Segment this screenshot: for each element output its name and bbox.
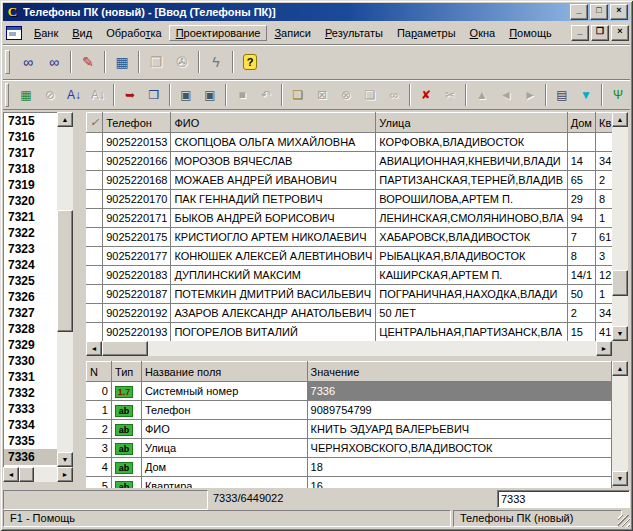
table-row[interactable]: 9025220153СКОПЦОВА ОЛЬГА МИХАЙЛОВНАКОРФО… <box>87 133 613 152</box>
field-row[interactable]: 5abКвартира16 <box>87 477 612 489</box>
new-record-button[interactable]: ❏ <box>286 83 310 107</box>
record-number-item[interactable]: 7331 <box>4 369 58 385</box>
record-number-item[interactable]: 7327 <box>4 305 58 321</box>
record-number-item[interactable]: 7319 <box>4 177 58 193</box>
column-header-fio[interactable]: ФИО <box>171 113 376 133</box>
scroll-down-icon[interactable]: ▼ <box>612 326 628 341</box>
record-number-item[interactable]: 7324 <box>4 257 58 273</box>
row-select-cell[interactable] <box>87 285 103 304</box>
help-button[interactable]: ? <box>237 49 263 75</box>
row-select-cell[interactable] <box>87 304 103 323</box>
field-value-cell[interactable]: 16 <box>307 477 611 489</box>
open-bank-button[interactable]: ▦ <box>14 83 38 107</box>
scroll-down-icon[interactable]: ▼ <box>612 471 628 486</box>
menu-item-pomosch[interactable]: Помощь <box>502 25 559 41</box>
fields-vertical-scrollbar[interactable]: ▲ ▼ <box>612 361 628 486</box>
row-select-cell[interactable] <box>87 209 103 228</box>
record-number-item[interactable]: 7320 <box>4 193 58 209</box>
close-button[interactable]: × <box>610 4 628 20</box>
load-book-button[interactable]: ❒ <box>142 83 166 107</box>
field-row[interactable]: 3abУлицаЧЕРНЯХОВСКОГО,ВЛАДИВОСТОК <box>87 439 612 458</box>
resize-grip[interactable] <box>618 515 630 527</box>
record-number-item[interactable]: 7322 <box>4 225 58 241</box>
table-row[interactable]: 9025220171БЫКОВ АНДРЕЙ БОРИСОВИЧЛЕНИНСКА… <box>87 209 613 228</box>
menu-item-bank[interactable]: Банк <box>27 25 65 41</box>
record-number-item[interactable]: 7323 <box>4 241 58 257</box>
table-scrollbar-thumb[interactable] <box>612 270 628 296</box>
load-record-button[interactable]: ➥ <box>118 83 142 107</box>
table-row[interactable]: 9025220193ПОГОРЕЛОВ ВИТАЛИЙЦЕНТРАЛЬНАЯ,П… <box>87 323 613 342</box>
table-hscrollbar-thumb[interactable] <box>102 341 148 356</box>
table-row[interactable]: 9025220177КОНЮШЕК АЛЕКСЕЙ АЛЕВТИНОВИЧРЫБ… <box>87 247 613 266</box>
numbers-vertical-scrollbar[interactable]: ▲ ▼ <box>57 112 73 467</box>
minimize-button[interactable]: _ <box>570 4 588 20</box>
edit-mode-button[interactable]: ✎ <box>75 49 101 75</box>
menu-item-vid[interactable]: Вид <box>65 25 99 41</box>
table-row[interactable]: 9025220175КРИСТИОГЛО АРТЕМ НИКОЛАЕВИЧХАБ… <box>87 228 613 247</box>
scroll-up-icon[interactable]: ▲ <box>57 112 73 127</box>
scroll-left-icon[interactable]: ◄ <box>3 467 19 482</box>
numbers-hscrollbar-thumb[interactable] <box>19 467 34 482</box>
menu-item-rezultaty[interactable]: Результаты <box>318 25 390 41</box>
menu-item-obrabotka[interactable]: Обработка <box>99 25 169 41</box>
row-select-cell[interactable] <box>87 266 103 285</box>
record-number-item[interactable]: 7330 <box>4 353 58 369</box>
menu-item-parametry[interactable]: Параметры <box>390 25 463 41</box>
table-row[interactable]: 9025220166МОРОЗОВ ВЯЧЕСЛАВАВИАЦИОННАЯ,КН… <box>87 152 613 171</box>
record-number-item[interactable]: 7321 <box>4 209 58 225</box>
child-restore-button[interactable]: ❐ <box>591 25 609 41</box>
search-document-button[interactable]: ∞ <box>41 49 67 75</box>
field-value-cell[interactable]: 7336 <box>307 382 611 401</box>
record-number-item[interactable]: 7329 <box>4 337 58 353</box>
record-number-item[interactable]: 7328 <box>4 321 58 337</box>
row-select-cell[interactable] <box>87 171 103 190</box>
row-select-cell[interactable] <box>87 190 103 209</box>
record-number-item[interactable]: 7325 <box>4 273 58 289</box>
field-value-cell[interactable]: 9089754799 <box>307 401 611 420</box>
column-header-apt[interactable]: Кв <box>596 113 612 133</box>
column-header-street[interactable]: Улица <box>376 113 567 133</box>
scroll-up-icon[interactable]: ▲ <box>612 361 628 376</box>
scroll-up-icon[interactable]: ▲ <box>612 112 628 127</box>
record-form-button[interactable]: ▤ <box>550 83 574 107</box>
row-select-cell[interactable] <box>87 247 103 266</box>
table-row[interactable]: 9025220168МОЖАЕВ АНДРЕЙ ИВАНОВИЧПАРТИЗАН… <box>87 171 613 190</box>
sort-button[interactable]: А↓ <box>62 83 86 107</box>
record-number-item[interactable]: 7334 <box>4 417 58 433</box>
tree-view-button[interactable]: Ψ <box>606 83 630 107</box>
field-row[interactable]: 01.7Системный номер7336 <box>87 382 612 401</box>
record-number-item[interactable]: 7318 <box>4 161 58 177</box>
field-value-cell[interactable]: КНИТЬ ЭДУАРД ВАЛЕРЬЕВИЧ <box>307 420 611 439</box>
field-row[interactable]: 2abФИОКНИТЬ ЭДУАРД ВАЛЕРЬЕВИЧ <box>87 420 612 439</box>
menu-item-okna[interactable]: Окна <box>463 25 503 41</box>
record-number-item[interactable]: 7316 <box>4 129 58 145</box>
field-row[interactable]: 1abТелефон9089754799 <box>87 401 612 420</box>
table-row[interactable]: 9025220192АЗАРОВ АЛЕКСАНДР АНАТОЛЬЕВИЧ50… <box>87 304 613 323</box>
table-vertical-scrollbar[interactable]: ▲ ▼ <box>612 112 628 341</box>
goto-record-input[interactable] <box>497 490 630 508</box>
toolbar-grip[interactable] <box>5 50 10 74</box>
row-select-cell[interactable] <box>87 228 103 247</box>
field-row[interactable]: 4abДом18 <box>87 458 612 477</box>
design-mode-button[interactable]: ▦ <box>109 49 135 75</box>
child-window-icon[interactable] <box>6 26 22 40</box>
scroll-right-icon[interactable]: ► <box>57 467 73 482</box>
table-row[interactable]: 9025220170ПАК ГЕННАДИЙ ПЕТРОВИЧВОРОШИЛОВ… <box>87 190 613 209</box>
scroll-left-icon[interactable]: ◄ <box>86 341 102 356</box>
record-number-item[interactable]: 7315 <box>4 113 58 129</box>
record-number-item[interactable]: 7317 <box>4 145 58 161</box>
table-row[interactable]: 9025220187ПОТЕМКИН ДМИТРИЙ ВАСИЛЬЕВИЧПОГ… <box>87 285 613 304</box>
row-select-cell[interactable] <box>87 152 103 171</box>
delete-record-button[interactable]: ✘ <box>414 83 438 107</box>
title-bar[interactable]: C Телефоны ПК (новый) - [Ввод (Телефоны … <box>3 3 630 21</box>
row-select-cell[interactable] <box>87 323 103 342</box>
record-number-item[interactable]: 7336 <box>4 449 58 465</box>
scroll-down-icon[interactable]: ▼ <box>57 452 73 467</box>
header-check-icon[interactable]: ✓ <box>87 113 103 133</box>
column-header-phone[interactable]: Телефон <box>103 113 171 133</box>
menu-item-proektirovanie[interactable]: Проектирование <box>169 25 268 41</box>
print-record-button[interactable]: ▣ <box>174 83 198 107</box>
filter-button[interactable]: ▼ <box>574 83 598 107</box>
row-select-cell[interactable] <box>87 133 103 152</box>
record-number-item[interactable]: 7335 <box>4 433 58 449</box>
